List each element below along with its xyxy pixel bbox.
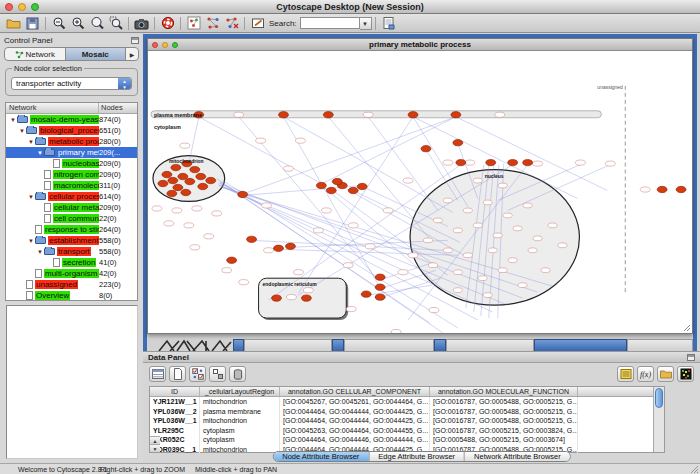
graph-node-selected[interactable] <box>316 182 326 188</box>
frame-resize-grip[interactable] <box>683 324 691 332</box>
graph-node[interactable] <box>495 112 505 117</box>
node-color-combo[interactable]: transporter activity ▲▼ <box>11 77 132 90</box>
graph-node[interactable] <box>513 226 522 231</box>
graph-node-selected[interactable] <box>181 189 191 195</box>
tree-row[interactable]: nucleobase-co209(0) <box>6 158 137 169</box>
zoom-selected-icon[interactable] <box>106 15 125 32</box>
tree-row[interactable]: ▼metabolic process280(0) <box>6 136 137 147</box>
unselect-attributes-icon[interactable] <box>209 366 226 382</box>
graph-node[interactable] <box>488 248 497 253</box>
graph-node[interactable] <box>264 248 274 253</box>
graph-node-selected[interactable] <box>361 291 371 297</box>
tree-row[interactable]: ▼biological_process651(0) <box>6 125 137 136</box>
birds-eye-view-panel[interactable] <box>6 305 138 459</box>
graph-node[interactable] <box>283 166 293 171</box>
graph-node[interactable] <box>365 244 375 249</box>
graph-node-selected[interactable] <box>456 159 466 165</box>
minimized-window-titlebar[interactable] <box>434 339 446 351</box>
col-header-region[interactable]: _cellularLayoutRegion <box>200 387 280 396</box>
graph-node-selected[interactable] <box>332 178 342 184</box>
minimized-window-edge[interactable] <box>627 339 693 351</box>
new-attribute-icon[interactable] <box>169 366 186 382</box>
graph-node[interactable] <box>503 213 512 218</box>
graph-node[interactable] <box>541 268 550 273</box>
table-row[interactable]: YPL036W__2plasma membrane[GO:0044464, GO… <box>150 407 664 417</box>
graph-node[interactable] <box>463 253 472 258</box>
tree-row[interactable]: ▼mosaic-demo-yeast874(0) <box>6 114 137 125</box>
graph-node-selected[interactable] <box>168 177 178 183</box>
graph-node-selected[interactable] <box>676 186 686 192</box>
tree-row[interactable]: multi-organism pro42(0) <box>6 268 137 279</box>
graph-node[interactable] <box>204 234 214 239</box>
zoom-out-icon[interactable] <box>49 15 68 32</box>
save-icon[interactable] <box>23 15 42 32</box>
graph-node-selected[interactable] <box>227 257 237 263</box>
destroy-network-icon[interactable] <box>222 15 241 32</box>
search-dropdown-button[interactable]: ▼ <box>360 17 372 30</box>
graph-node-selected[interactable] <box>348 187 358 193</box>
tree-row[interactable]: secretion41(0) <box>6 257 137 268</box>
snapshot-camera-icon[interactable] <box>132 15 151 32</box>
float-data-panel-icon[interactable] <box>687 354 695 361</box>
minimized-window-edge[interactable] <box>344 339 434 351</box>
graph-node-selected[interactable] <box>279 112 289 118</box>
delete-attribute-trash-icon[interactable] <box>229 366 246 382</box>
graph-node-selected[interactable] <box>196 173 206 179</box>
help-lifebuoy-icon[interactable] <box>158 15 177 32</box>
scroll-down-button[interactable]: ▼ <box>150 444 160 452</box>
graph-node[interactable] <box>398 270 408 275</box>
graph-node[interactable] <box>443 248 452 253</box>
tree-row[interactable]: ▼transport558(0) <box>6 246 137 257</box>
tree-expander-icon[interactable]: ▼ <box>18 128 26 134</box>
graph-node-selected[interactable] <box>453 139 463 145</box>
graph-node-selected[interactable] <box>357 183 367 189</box>
tree-expander-icon[interactable]: ▼ <box>36 249 44 255</box>
attribute-select-icon[interactable] <box>149 366 166 382</box>
col-header-id[interactable]: ID <box>150 387 200 396</box>
graph-node[interactable] <box>348 223 358 228</box>
matrix-heatmap-icon[interactable] <box>677 366 694 382</box>
col-header-cellular[interactable]: annotation.GO CELLULAR_COMPONENT <box>280 387 430 396</box>
graph-node[interactable] <box>321 208 331 213</box>
graph-node[interactable] <box>234 112 244 117</box>
tree-expander-icon[interactable]: ▼ <box>36 150 44 156</box>
graph-node[interactable] <box>239 280 249 285</box>
graph-node[interactable] <box>465 160 475 165</box>
tree-row[interactable]: ▼establishment of lo558(0) <box>6 235 137 246</box>
minimized-window-sketch[interactable] <box>157 339 235 351</box>
minimized-window-titlebar[interactable] <box>332 339 344 351</box>
graph-node-selected[interactable] <box>185 178 195 184</box>
tab-overflow-arrow[interactable]: ▶ <box>126 48 138 60</box>
graph-node-selected[interactable] <box>190 166 200 172</box>
graph-node[interactable] <box>184 223 194 228</box>
graph-node[interactable] <box>303 288 313 293</box>
graph-node[interactable] <box>343 263 353 268</box>
graph-node-selected[interactable] <box>301 295 311 301</box>
graph-node[interactable] <box>443 198 452 203</box>
table-row[interactable]: YPL036W__1mitochondrion[GO:0044464, GO:0… <box>150 416 664 426</box>
graph-node[interactable] <box>423 238 432 243</box>
graph-node[interactable] <box>262 203 272 208</box>
tree-expander-icon[interactable]: ▼ <box>27 194 35 200</box>
table-scrollbar[interactable] <box>653 387 664 452</box>
graph-node-selected[interactable] <box>178 173 188 179</box>
graph-node[interactable] <box>473 223 482 228</box>
graph-node-selected[interactable] <box>375 274 385 280</box>
graph-node-selected[interactable] <box>171 164 181 170</box>
frame-zoom-button[interactable] <box>172 42 178 48</box>
tree-row[interactable]: nitrogen compou209(0) <box>6 169 137 180</box>
graph-node[interactable] <box>493 233 502 238</box>
table-scrollbar-thumb[interactable] <box>655 388 663 408</box>
graph-node[interactable] <box>391 329 401 333</box>
col-header-molecular[interactable]: annotation.GO MOLECULAR_FUNCTION <box>430 387 578 396</box>
graph-node-selected[interactable] <box>326 187 336 193</box>
select-attributes-icon[interactable] <box>189 366 206 382</box>
graph-node[interactable] <box>190 245 200 250</box>
graph-node[interactable] <box>483 200 492 205</box>
graph-node[interactable] <box>548 223 557 228</box>
minimize-button[interactable] <box>18 3 26 11</box>
graph-node[interactable] <box>363 112 373 117</box>
graph-node[interactable] <box>192 206 202 211</box>
table-row[interactable]: YLR295Ccytoplasm[GO:0045263, GO:0044464,… <box>150 426 664 436</box>
search-input[interactable] <box>300 17 360 29</box>
